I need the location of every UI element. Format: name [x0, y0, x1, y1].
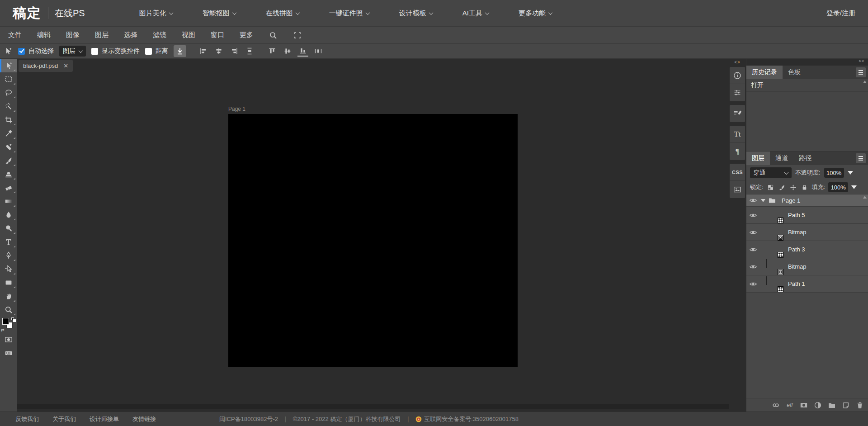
menu-edit[interactable]: 编辑: [37, 31, 51, 39]
collapse-strip-icon[interactable]: <>: [734, 60, 741, 67]
tab-layers[interactable]: 图层: [746, 151, 770, 165]
layer-row[interactable]: Path 5: [746, 207, 868, 224]
delete-layer-icon[interactable]: [855, 401, 864, 410]
menu-more-features[interactable]: 更多功能: [519, 9, 552, 18]
clone-stamp-tool[interactable]: [0, 167, 17, 181]
align-middle-icon[interactable]: [282, 46, 293, 57]
horizontal-scrollbar[interactable]: [17, 404, 729, 409]
adjustments-panel-button[interactable]: [730, 84, 745, 101]
menu-smart-cutout[interactable]: 智能抠图: [203, 9, 236, 18]
shape-tool[interactable]: [0, 276, 17, 289]
hand-tool[interactable]: [0, 289, 17, 303]
visibility-toggle[interactable]: [746, 228, 760, 237]
paragraph-panel-button[interactable]: ¶: [730, 143, 745, 160]
eyedropper-tool[interactable]: [0, 127, 17, 140]
adjustment-layer-icon[interactable]: [813, 401, 822, 410]
add-mask-icon[interactable]: [799, 401, 808, 410]
new-group-icon[interactable]: [827, 401, 836, 410]
layers-panel-menu-button[interactable]: [856, 153, 866, 163]
new-layer-icon[interactable]: [841, 401, 850, 410]
move-tool[interactable]: [0, 59, 17, 72]
menu-ai-tools[interactable]: AI工具: [462, 9, 489, 18]
align-right-icon[interactable]: [229, 46, 240, 57]
menu-image[interactable]: 图像: [66, 31, 80, 39]
layer-row[interactable]: Bitmap: [746, 258, 868, 275]
menu-view[interactable]: 视图: [182, 31, 195, 39]
lock-transparency-icon[interactable]: [767, 183, 775, 191]
collapse-panel-icon[interactable]: ><: [746, 59, 868, 66]
menu-more[interactable]: 更多: [240, 31, 253, 39]
info-panel-button[interactable]: [730, 67, 745, 84]
login-register-link[interactable]: 登录/注册: [826, 9, 855, 18]
lock-all-icon[interactable]: [801, 183, 809, 191]
fill-slider-toggle[interactable]: [851, 185, 857, 189]
menu-file[interactable]: 文件: [8, 31, 22, 39]
tab-channels[interactable]: 通道: [770, 151, 793, 165]
menu-photo-beautify[interactable]: 图片美化: [139, 9, 173, 18]
layer-effects-icon[interactable]: eff: [785, 401, 794, 410]
footer-link-feedback[interactable]: 反馈我们: [15, 415, 39, 423]
align-bottom-icon[interactable]: [297, 46, 308, 57]
footer-link-designer-orders[interactable]: 设计师接单: [90, 415, 119, 423]
distribute-vertical-icon[interactable]: [244, 46, 255, 57]
visibility-toggle[interactable]: [746, 263, 760, 271]
crop-tool[interactable]: [0, 113, 17, 127]
pen-tool[interactable]: [0, 249, 17, 262]
layer-row[interactable]: Path 3: [746, 241, 868, 258]
history-panel-menu-button[interactable]: [856, 67, 866, 77]
layer-row[interactable]: Path 1: [746, 275, 868, 293]
brush-settings-panel-button[interactable]: [730, 105, 745, 122]
menu-online-collage[interactable]: 在线拼图: [266, 9, 299, 18]
lock-paint-icon[interactable]: [778, 183, 786, 191]
css-panel-button[interactable]: CSS: [730, 164, 745, 181]
blur-tool[interactable]: [0, 208, 17, 222]
marquee-select-tool[interactable]: [0, 72, 17, 86]
keyboard-shortcuts-button[interactable]: [0, 346, 17, 360]
blend-mode-select[interactable]: 穿通: [750, 167, 792, 178]
auto-select-checkbox[interactable]: [18, 48, 25, 55]
visibility-toggle[interactable]: [746, 211, 760, 219]
lasso-tool[interactable]: [0, 86, 17, 99]
align-center-vertical-icon[interactable]: [213, 46, 224, 57]
close-tab-icon[interactable]: ✕: [63, 62, 68, 69]
character-panel-button[interactable]: Tt: [730, 126, 745, 143]
show-transform-checkbox[interactable]: [91, 48, 98, 55]
quick-mask-tool[interactable]: [0, 333, 17, 346]
image-assets-panel-button[interactable]: [730, 181, 745, 198]
history-item-open[interactable]: 打开: [746, 79, 868, 92]
brush-tool[interactable]: [0, 154, 17, 167]
type-tool[interactable]: [0, 235, 17, 249]
logo[interactable]: 稿定: [13, 4, 42, 23]
foreground-color-swatch[interactable]: [2, 318, 9, 325]
tab-history[interactable]: 历史记录: [746, 66, 783, 79]
menu-design-templates[interactable]: 设计模板: [399, 9, 433, 18]
group-expand-icon[interactable]: [761, 199, 765, 202]
fill-input[interactable]: 100%: [828, 182, 848, 192]
visibility-toggle[interactable]: [746, 246, 760, 254]
footer-link-about[interactable]: 关于我们: [52, 415, 76, 423]
menu-id-photo[interactable]: 一键证件照: [329, 9, 369, 18]
document-tab[interactable]: black-pdf.psd ✕: [19, 60, 73, 72]
dodge-tool[interactable]: [0, 222, 17, 235]
tab-swatches[interactable]: 色板: [783, 66, 806, 79]
healing-brush-tool[interactable]: [0, 140, 17, 154]
zoom-tool[interactable]: [0, 303, 17, 317]
auto-select-target-dropdown[interactable]: 图层: [59, 46, 86, 57]
swap-colors-icon[interactable]: ⇄: [1, 328, 5, 332]
align-top-icon[interactable]: [267, 46, 278, 57]
path-select-tool[interactable]: [0, 262, 17, 276]
scroll-up-icon[interactable]: [863, 196, 867, 199]
layer-row[interactable]: Bitmap: [746, 224, 868, 241]
eraser-tool[interactable]: [0, 181, 17, 194]
menu-window[interactable]: 窗口: [211, 31, 224, 39]
gradient-tool[interactable]: [0, 194, 17, 208]
color-swatches[interactable]: ⇄: [0, 317, 17, 333]
opacity-slider-toggle[interactable]: [848, 171, 853, 175]
menu-select[interactable]: 选择: [124, 31, 137, 39]
search-icon[interactable]: [269, 31, 278, 40]
distribute-horizontal-icon[interactable]: [313, 46, 324, 57]
distance-checkbox[interactable]: [145, 48, 152, 55]
menu-filter[interactable]: 滤镜: [153, 31, 166, 39]
menu-layer[interactable]: 图层: [95, 31, 108, 39]
opacity-input[interactable]: 100%: [824, 168, 844, 178]
